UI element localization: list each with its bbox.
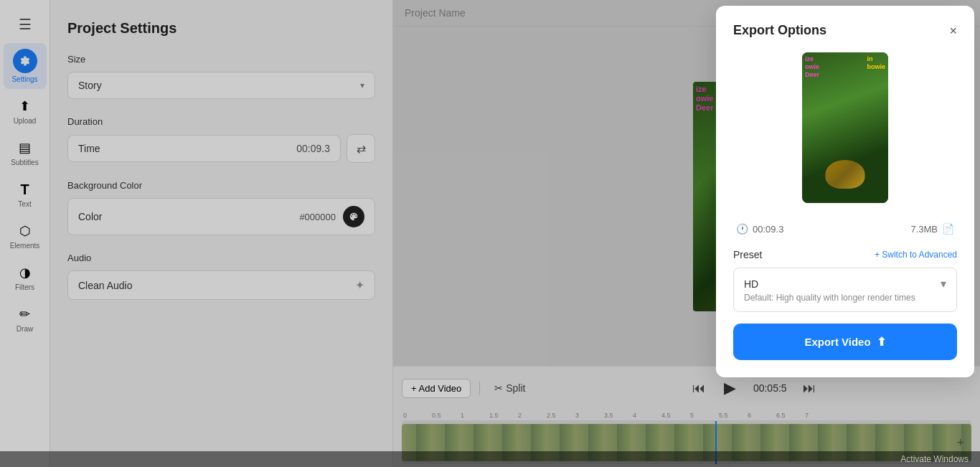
preset-top: HD ▾ [744,277,946,291]
meta-right: 7.3MB 📄 [910,223,954,235]
preset-dropdown[interactable]: HD ▾ Default: High quality with longer r… [733,268,957,312]
activate-windows-text: Activate Windows [900,454,969,464]
meta-row: 🕐 00:09.3 7.3MB 📄 [733,223,957,235]
clock-icon: 🕐 [736,223,748,235]
modal-header: Export Options × [733,23,957,38]
export-btn-label: Export Video [804,336,870,348]
preset-name: HD [744,278,758,290]
close-button[interactable]: × [949,24,957,37]
thumb-text-overlay: izeowieDeer [805,55,819,78]
file-icon: 📄 [942,223,954,235]
activate-windows-bar: Activate Windows [0,451,980,467]
preset-section: Preset + Switch to Advanced HD ▾ Default… [733,249,957,312]
export-modal-title: Export Options [733,23,826,38]
export-file-size: 7.3MB [910,224,938,235]
meta-left: 🕐 00:09.3 [736,223,783,235]
thumb-basket [826,160,865,189]
modal-overlay: Export Options × izeowieDeer inbowie [0,0,980,467]
preset-label: Preset [733,249,762,260]
thumb-text-right: inbowie [867,55,885,71]
export-duration: 00:09.3 [753,224,783,235]
thumb-image: izeowieDeer inbowie [802,52,888,203]
preset-desc: Default: High quality with longer render… [744,293,946,303]
preset-header: Preset + Switch to Advanced [733,249,957,260]
export-preview-thumb: izeowieDeer inbowie [802,52,888,203]
export-video-button[interactable]: Export Video ⬆ [733,324,957,360]
export-modal: Export Options × izeowieDeer inbowie [716,6,974,377]
export-icon: ⬆ [877,335,886,349]
preset-chevron-icon: ▾ [941,277,946,291]
switch-advanced-button[interactable]: + Switch to Advanced [875,250,957,260]
